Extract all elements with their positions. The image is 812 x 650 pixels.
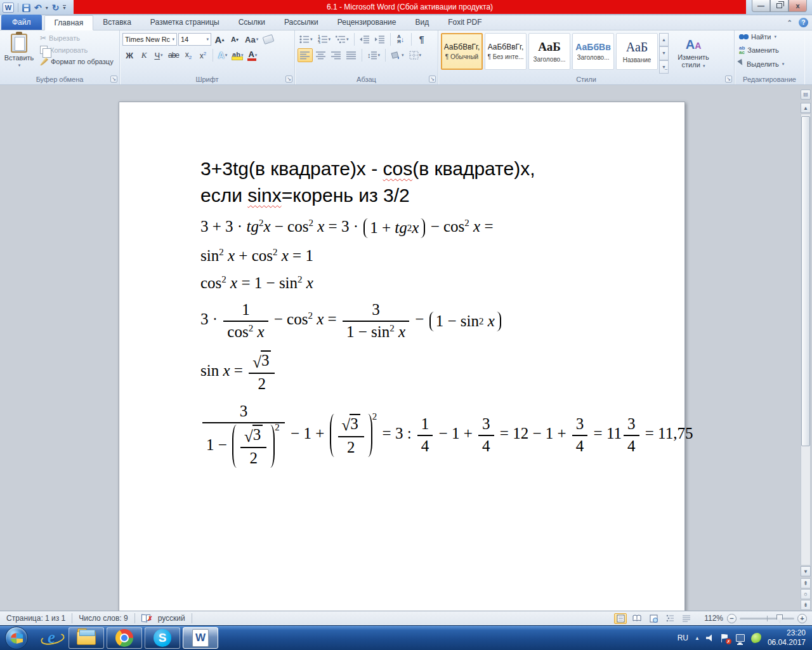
font-family-combo[interactable]: Times New Rc▾ <box>122 33 177 46</box>
tab-разметка-страницы[interactable]: Разметка страницы <box>141 15 229 30</box>
find-button[interactable]: Найти▾ <box>737 32 802 42</box>
zoom-in-button[interactable]: + <box>797 614 807 623</box>
align-center-button[interactable] <box>314 48 328 62</box>
replace-button[interactable]: abас Заменить <box>737 44 802 56</box>
tab-рассылки[interactable]: Рассылки <box>275 15 328 30</box>
dialog-launcher-icon[interactable]: ↘ <box>725 76 732 83</box>
multilevel-list-button[interactable]: ▾ <box>334 32 351 46</box>
style-card[interactable]: АаБЗаголово... <box>528 33 570 70</box>
draft-view-button[interactable] <box>680 613 693 624</box>
tab-файл[interactable]: Файл <box>1 15 42 30</box>
scrollbar-thumb[interactable] <box>801 116 810 446</box>
font-color-button[interactable]: А▾ <box>246 48 259 62</box>
taskbar-skype[interactable]: S <box>145 627 180 649</box>
justify-button[interactable] <box>344 48 358 62</box>
increase-indent-button[interactable] <box>373 32 387 46</box>
shading-button[interactable]: ▾ <box>389 48 406 62</box>
bold-button[interactable]: Ж <box>122 48 136 62</box>
word-count[interactable]: Число слов: 9 <box>72 614 134 623</box>
language-bar[interactable]: RU <box>678 633 688 642</box>
font-size-combo[interactable]: 14▾ <box>178 33 211 46</box>
numbering-button[interactable]: 123▾ <box>316 32 333 46</box>
clock[interactable]: 23:20 06.04.2017 <box>768 628 806 647</box>
text-effects-button[interactable]: А▾ <box>216 48 230 62</box>
zoom-out-button[interactable]: − <box>727 614 737 623</box>
redo-icon[interactable]: ↻ <box>52 3 60 12</box>
change-styles-button[interactable]: АА Изменить стили ▾ <box>669 33 718 74</box>
print-layout-view-button[interactable] <box>614 613 627 624</box>
browse-object-icon[interactable]: ○ <box>801 589 811 599</box>
fullscreen-reading-view-button[interactable] <box>631 613 643 624</box>
taskbar-word[interactable]: W <box>183 627 218 649</box>
previous-page-icon[interactable]: ⇞ <box>801 578 811 588</box>
taskbar-explorer[interactable] <box>69 627 104 649</box>
style-card[interactable]: АаБбВвЗаголово... <box>572 33 614 70</box>
tab-foxit-pdf[interactable]: Foxit PDF <box>438 15 491 30</box>
undo-icon[interactable]: ↶ <box>34 3 42 12</box>
decrease-indent-button[interactable] <box>358 32 372 46</box>
undo-dropdown-icon[interactable]: ▾ <box>46 5 48 11</box>
strikethrough-button[interactable]: abe <box>166 48 181 62</box>
customize-qat-icon[interactable]: ▾ <box>63 5 65 11</box>
scroll-down-icon[interactable]: ▼ <box>801 566 811 576</box>
dialog-launcher-icon[interactable]: ↘ <box>285 76 292 83</box>
tab-вид[interactable]: Вид <box>405 15 438 30</box>
save-icon[interactable] <box>22 4 30 12</box>
start-button[interactable] <box>5 627 28 649</box>
taskbar-internet-explorer[interactable]: e <box>42 628 61 647</box>
style-card[interactable]: АаБбВвГг,¶ Без инте... <box>485 33 527 70</box>
ruler-toggle-icon[interactable]: ▤ <box>801 90 811 100</box>
scroll-up-icon[interactable]: ▲ <box>801 103 811 113</box>
zoom-slider-thumb[interactable] <box>776 614 783 623</box>
taskbar-chrome[interactable] <box>107 627 142 649</box>
highlight-color-button[interactable]: ab▾ <box>230 48 245 62</box>
close-button[interactable]: x <box>789 0 807 12</box>
zoom-level[interactable]: 112% <box>704 614 723 623</box>
grow-font-button[interactable]: A▴ <box>213 32 226 46</box>
styles-scroll-up-icon[interactable]: ▲ <box>659 33 669 46</box>
change-case-button[interactable]: Aa▾ <box>243 32 260 46</box>
zoom-slider[interactable] <box>740 618 794 620</box>
clear-formatting-button[interactable] <box>261 32 275 46</box>
tab-рецензирование[interactable]: Рецензирование <box>328 15 406 30</box>
borders-button[interactable]: ▾ <box>407 48 424 62</box>
bullets-button[interactable]: ▾ <box>298 32 315 46</box>
align-left-button[interactable] <box>298 48 313 62</box>
select-button[interactable]: Выделить▾ <box>737 58 802 69</box>
restore-button[interactable] <box>770 0 789 12</box>
superscript-button[interactable]: х2 <box>196 48 210 62</box>
language-indicator[interactable]: русский <box>155 614 192 623</box>
style-card[interactable]: АаБбВвГг,¶ Обычный <box>441 33 483 70</box>
shrink-font-button[interactable]: A▾ <box>228 32 242 46</box>
scrollbar-track[interactable] <box>801 114 811 566</box>
italic-button[interactable]: К <box>137 48 151 62</box>
dialog-launcher-icon[interactable]: ↘ <box>110 76 117 83</box>
show-marks-button[interactable]: ¶ <box>415 32 429 46</box>
tab-вставка[interactable]: Вставка <box>93 15 141 30</box>
line-spacing-button[interactable]: ↕ ▾ <box>365 48 382 62</box>
network-icon[interactable] <box>736 634 745 642</box>
subscript-button[interactable]: х2 <box>181 48 195 62</box>
minimize-button[interactable]: — <box>752 0 770 12</box>
outline-view-button[interactable] <box>664 613 676 624</box>
tray-app-icon[interactable] <box>751 633 761 643</box>
align-right-button[interactable] <box>329 48 343 62</box>
cut-button[interactable]: ✂ Вырезать <box>38 32 115 44</box>
tab-ссылки[interactable]: Ссылки <box>229 15 275 30</box>
sort-button[interactable]: АЯ ↓ <box>394 32 408 46</box>
dialog-launcher-icon[interactable]: ↘ <box>429 76 436 83</box>
next-page-icon[interactable]: ⇟ <box>801 600 811 610</box>
minimize-ribbon-icon[interactable]: ⌃ <box>787 19 792 26</box>
paste-button[interactable]: Вставить ▾ <box>3 32 36 74</box>
word-app-icon[interactable]: W <box>3 3 14 13</box>
help-icon[interactable]: ? <box>799 18 808 27</box>
style-card[interactable]: АаБНазвание <box>616 33 658 70</box>
web-layout-view-button[interactable] <box>647 613 660 624</box>
volume-icon[interactable] <box>706 634 714 642</box>
spellcheck-icon[interactable] <box>141 614 152 622</box>
styles-scroll-down-icon[interactable]: ▼ <box>659 46 669 60</box>
page-indicator[interactable]: Страница: 1 из 1 <box>0 614 72 623</box>
action-center-icon[interactable] <box>721 634 730 642</box>
styles-expand-icon[interactable]: ▼̲ <box>659 60 669 74</box>
copy-button[interactable]: Копировать <box>38 44 115 55</box>
